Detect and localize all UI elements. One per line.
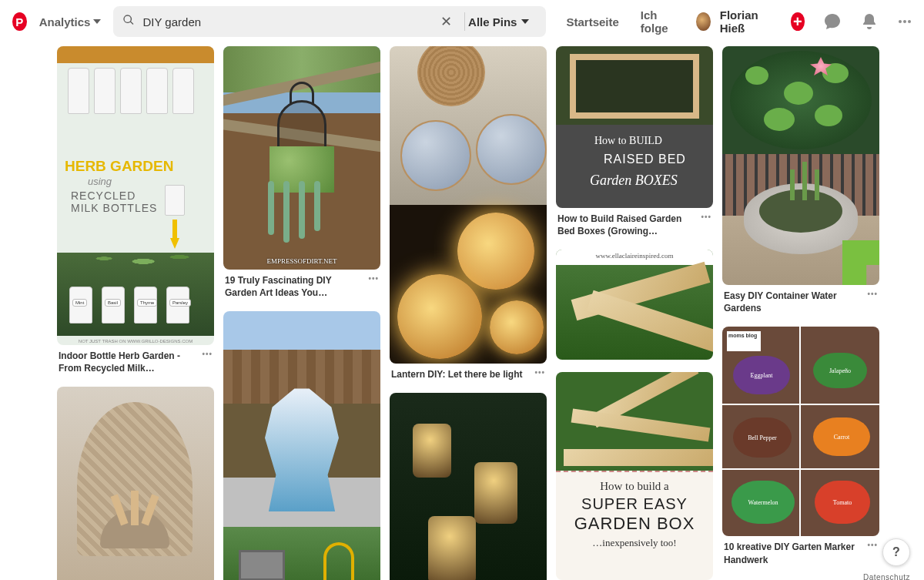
pin-card: www.ellaclaireinspired.com: [556, 250, 713, 360]
search-filter-dropdown[interactable]: Alle Pins: [464, 12, 537, 31]
pin-title[interactable]: 10 kreative DIY Garten Marker Handwerk: [724, 541, 862, 565]
pin-image[interactable]: How to build a SUPER EASY GARDEN BOX …in…: [556, 372, 713, 580]
overlay-text: Tomato: [815, 481, 870, 524]
pin-meta: Easy DIY Container Water Gardens •••: [722, 290, 879, 314]
chevron-down-icon: [93, 19, 101, 24]
nav-home[interactable]: Startseite: [558, 15, 626, 28]
overlay-text: RECYCLED: [71, 189, 136, 202]
pin-title[interactable]: Indoor Bottle Herb Garden - From Recycle…: [59, 350, 197, 374]
overlay-text: How to BUILD: [594, 135, 662, 147]
watermark: EMPRESSOFDIRT.NET: [223, 257, 380, 265]
pin-image[interactable]: [57, 387, 214, 580]
pin-card: HERB GARDEN using RECYCLED MILK BOTTLES …: [57, 46, 214, 374]
pin-more-icon[interactable]: •••: [867, 541, 878, 549]
chevron-down-icon: [521, 19, 529, 24]
pin-more-icon[interactable]: •••: [534, 368, 545, 377]
overlay-text: Jalapeño: [813, 353, 867, 388]
search-icon: [122, 14, 135, 29]
pin-meta: 10 kreative DIY Garten Marker Handwerk •…: [722, 541, 879, 565]
pin-image[interactable]: How to BUILD RAISED BED Garden BOXES: [556, 46, 713, 208]
pin-more-icon[interactable]: •••: [867, 290, 878, 298]
feed-column: EMPRESSOFDIRT.NET 19 Truly Fascinating D…: [223, 46, 380, 580]
overlay-text: …inexpensively too!: [556, 537, 713, 549]
feed-column: How to BUILD RAISED BED Garden BOXES How…: [556, 46, 713, 580]
pin-card: How to BUILD RAISED BED Garden BOXES How…: [556, 46, 713, 237]
overlay-text: How to build a: [556, 480, 713, 493]
notifications-icon[interactable]: [860, 12, 879, 31]
search-input[interactable]: [142, 15, 428, 28]
user-name[interactable]: Florian Hieß: [720, 8, 772, 35]
messages-icon[interactable]: [823, 12, 842, 31]
overlay-text: MILK BOTTLES: [71, 202, 157, 214]
overlay-text: Carrot: [813, 417, 870, 456]
overlay-text: SUPER EASY: [556, 495, 713, 513]
overlay-text: HERB GARDEN: [65, 158, 173, 175]
pin-image[interactable]: www.ellaclaireinspired.com: [556, 250, 713, 360]
overlay-text: NOT JUST TRASH ON WWW.GRILLO-DESIGNS.COM: [57, 339, 214, 344]
nav-following[interactable]: Ich folge: [633, 8, 685, 35]
pin-feed: HERB GARDEN using RECYCLED MILK BOTTLES …: [0, 43, 924, 580]
add-pin-button[interactable]: +: [791, 12, 805, 31]
search-bar: ✕ Alle Pins: [113, 6, 546, 37]
overlay-text: moms blog: [727, 331, 761, 351]
pin-meta: Indoor Bottle Herb Garden - From Recycle…: [57, 350, 214, 374]
pin-image[interactable]: [223, 311, 380, 580]
header: P Analytics ✕ Alle Pins Startseite Ich f…: [0, 0, 924, 43]
pin-meta: 19 Truly Fascinating DIY Garden Art Idea…: [223, 274, 380, 299]
pin-card: EMPRESSOFDIRT.NET 19 Truly Fascinating D…: [223, 46, 380, 299]
pin-image[interactable]: [390, 393, 547, 580]
analytics-menu[interactable]: Analytics: [33, 15, 108, 28]
pin-meta: How to Build Raised Garden Bed Boxes (Gr…: [556, 213, 713, 237]
pin-meta: Lantern DIY: Let there be light •••: [390, 368, 547, 381]
pin-more-icon[interactable]: •••: [701, 213, 711, 221]
pinterest-logo-icon[interactable]: P: [12, 12, 27, 31]
overlay-text: Garden BOXES: [590, 173, 678, 189]
pin-more-icon[interactable]: •••: [202, 350, 213, 358]
overflow-menu-icon[interactable]: [897, 12, 912, 31]
overlay-text: using: [88, 176, 112, 187]
pin-title[interactable]: How to Build Raised Garden Bed Boxes (Gr…: [557, 213, 696, 237]
avatar[interactable]: [696, 12, 711, 31]
pin-image[interactable]: moms blog Eggplant Jalapeño Bell Pepper …: [722, 327, 879, 536]
overlay-text: Bell Pepper: [733, 417, 792, 458]
feed-column: Easy DIY Container Water Gardens ••• mom…: [722, 46, 879, 578]
pin-image[interactable]: EMPRESSOFDIRT.NET: [223, 46, 380, 270]
clear-search-button[interactable]: ✕: [436, 13, 457, 30]
help-button[interactable]: ?: [882, 538, 910, 566]
pin-image[interactable]: HERB GARDEN using RECYCLED MILK BOTTLES …: [57, 46, 214, 345]
overlay-text: Watermelon: [732, 481, 795, 524]
pin-card: How to build a SUPER EASY GARDEN BOX …in…: [556, 372, 713, 580]
pin-card: Lantern DIY: Let there be light •••: [390, 46, 547, 381]
pin-card: [223, 311, 380, 580]
pin-image[interactable]: [390, 46, 547, 364]
pin-card: [57, 387, 214, 580]
overlay-text: GARDEN BOX: [556, 514, 713, 534]
pin-more-icon[interactable]: •••: [368, 274, 379, 283]
overlay-text: RAISED BED: [604, 153, 686, 166]
feed-column: Lantern DIY: Let there be light •••: [390, 46, 547, 580]
filter-label: Alle Pins: [468, 15, 517, 28]
pin-title[interactable]: Easy DIY Container Water Gardens: [724, 290, 862, 314]
pin-title[interactable]: 19 Truly Fascinating DIY Garden Art Idea…: [225, 274, 363, 299]
privacy-link[interactable]: Datenschutz: [863, 573, 910, 580]
feed-column: HERB GARDEN using RECYCLED MILK BOTTLES …: [57, 46, 214, 580]
pin-image[interactable]: [722, 46, 879, 285]
analytics-label: Analytics: [39, 15, 91, 28]
pin-title[interactable]: Lantern DIY: Let there be light: [391, 368, 522, 381]
watermark: www.ellaclaireinspired.com: [556, 252, 713, 260]
pin-card: Easy DIY Container Water Gardens •••: [722, 46, 879, 314]
pin-card: moms blog Eggplant Jalapeño Bell Pepper …: [722, 327, 879, 565]
overlay-text: Eggplant: [733, 356, 790, 394]
pin-card: [390, 393, 547, 580]
